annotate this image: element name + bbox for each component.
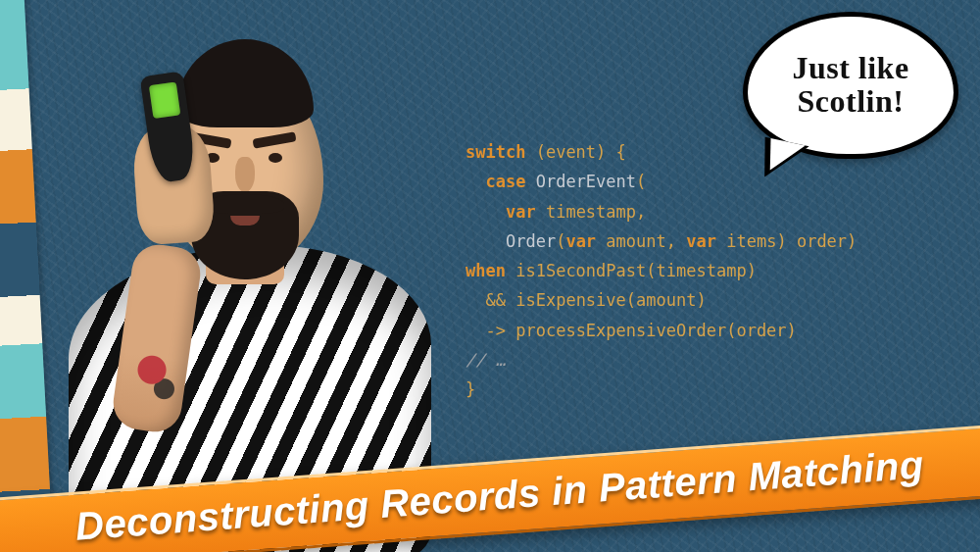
thumbnail-stage: switch (event) { case OrderEvent( var ti…	[0, 0, 980, 552]
code-comment: // …	[466, 350, 506, 370]
code-ident: amount	[636, 290, 696, 310]
code-ident: order	[736, 321, 786, 340]
kw-switch: switch	[466, 142, 525, 162]
code-brace: }	[466, 379, 475, 399]
code-space	[506, 290, 515, 310]
hair	[176, 39, 314, 127]
code-space	[506, 261, 515, 280]
code-op: &&	[485, 290, 505, 310]
code-ident: order	[797, 231, 847, 251]
kw-var: var	[506, 202, 536, 222]
kw-var: var	[565, 231, 596, 251]
kw-var: var	[686, 231, 716, 251]
code-paren: (	[636, 172, 646, 191]
code-paren: )	[696, 290, 706, 310]
mustache	[206, 194, 284, 214]
code-ident: event	[546, 142, 596, 162]
code-paren: (	[626, 290, 636, 310]
code-paren: ) {	[596, 142, 626, 162]
speech-bubble-text: Just like Scotlin!	[765, 52, 936, 118]
code-paren: (	[646, 261, 656, 280]
code-type: OrderEvent	[536, 172, 636, 191]
code-type: Order	[506, 231, 556, 251]
code-space	[536, 202, 546, 222]
code-paren: (	[726, 321, 736, 340]
code-ident: timestamp	[657, 261, 747, 280]
code-ident: timestamp	[546, 202, 636, 222]
code-space	[716, 231, 726, 251]
code-snippet: switch (event) { case OrderEvent( var ti…	[466, 137, 956, 404]
code-comma: ,	[636, 202, 646, 222]
code-arrow: ->	[485, 321, 505, 340]
code-paren: )	[776, 231, 796, 251]
arm-tattoo	[122, 339, 190, 416]
code-ident: amount	[606, 231, 665, 251]
code-ident: items	[726, 231, 776, 251]
code-space	[596, 231, 606, 251]
speech-bubble: Just like Scotlin!	[743, 12, 958, 159]
code-space	[506, 321, 515, 340]
kw-case: case	[485, 172, 525, 191]
code-paren: )	[747, 261, 757, 280]
code-paren: (	[556, 231, 565, 251]
speech-bubble-body: Just like Scotlin!	[743, 12, 958, 159]
code-fn: processExpensiveOrder	[515, 321, 726, 340]
code-fn: isExpensive	[515, 290, 626, 310]
kw-when: when	[466, 261, 506, 280]
code-paren: (	[525, 142, 545, 162]
code-paren: )	[847, 231, 857, 251]
code-paren: )	[787, 321, 797, 340]
code-space	[525, 172, 535, 191]
nose	[235, 157, 255, 192]
code-fn: is1SecondPast	[515, 261, 646, 280]
eye-right	[269, 153, 282, 163]
code-comma: ,	[666, 231, 686, 251]
